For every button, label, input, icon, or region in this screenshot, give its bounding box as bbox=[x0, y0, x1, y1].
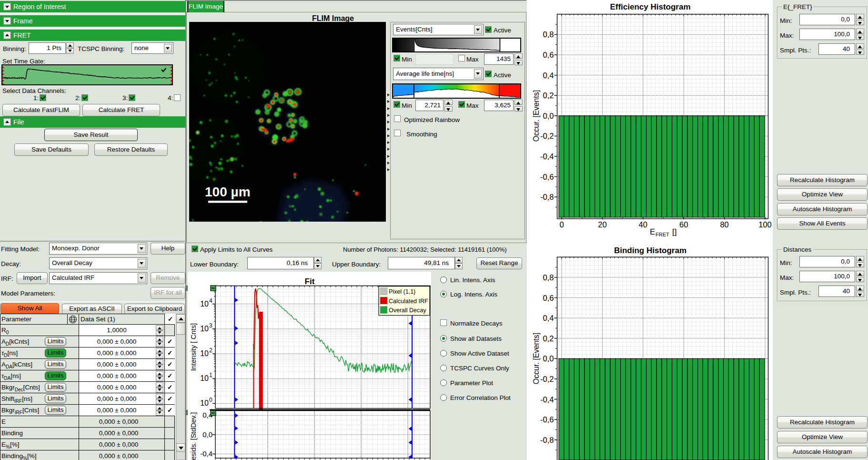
svg-text:-0,2: -0,2 bbox=[540, 132, 554, 140]
svg-text:Pixel (1,1): Pixel (1,1) bbox=[389, 288, 415, 295]
svg-text:10: 10 bbox=[200, 325, 209, 333]
svg-text:10: 10 bbox=[200, 374, 209, 382]
svg-text:-0,2: -0,2 bbox=[540, 375, 554, 383]
svg-text:Calculated IRF: Calculated IRF bbox=[389, 298, 428, 305]
svg-text:100: 100 bbox=[758, 220, 772, 229]
svg-text:0,8: 0,8 bbox=[543, 30, 554, 39]
svg-text:0,8: 0,8 bbox=[543, 273, 554, 282]
svg-text:2: 2 bbox=[209, 347, 212, 354]
svg-text:-0,8: -0,8 bbox=[540, 436, 554, 444]
svg-text:-0,8: -0,8 bbox=[540, 193, 554, 201]
svg-text:10: 10 bbox=[200, 300, 209, 308]
svg-text:80: 80 bbox=[720, 220, 728, 229]
svg-text:-0,6: -0,6 bbox=[540, 173, 554, 181]
svg-text:Intensity [ Cnts]: Intensity [ Cnts] bbox=[190, 323, 197, 371]
svg-text:[]: [] bbox=[672, 227, 676, 236]
svg-text:0,0: 0,0 bbox=[202, 430, 212, 439]
svg-text:Efficiency Histogram: Efficiency Histogram bbox=[610, 2, 690, 11]
svg-text:20: 20 bbox=[598, 220, 606, 229]
svg-text:Fit: Fit bbox=[305, 277, 315, 286]
svg-text:60: 60 bbox=[679, 220, 688, 229]
svg-text:Binding Histogram: Binding Histogram bbox=[614, 246, 686, 255]
svg-text:0,2: 0,2 bbox=[543, 91, 554, 100]
svg-text:-0,4: -0,4 bbox=[540, 395, 554, 404]
svg-text:0,2: 0,2 bbox=[543, 334, 554, 343]
svg-text:-0,4: -0,4 bbox=[200, 450, 212, 458]
svg-text:0,6: 0,6 bbox=[543, 294, 554, 302]
svg-text:1: 1 bbox=[209, 372, 212, 378]
svg-text:Overall Decay: Overall Decay bbox=[389, 307, 426, 314]
svg-text:esids. [StdDev.]: esids. [StdDev.] bbox=[190, 412, 197, 460]
svg-text:10: 10 bbox=[200, 349, 209, 358]
svg-text:Occur. [Events]: Occur. [Events] bbox=[532, 90, 540, 142]
svg-text:Occur. [Events]: Occur. [Events] bbox=[532, 333, 540, 384]
svg-text:-0,6: -0,6 bbox=[540, 415, 554, 424]
svg-text:0,4: 0,4 bbox=[543, 71, 554, 80]
svg-text:10: 10 bbox=[200, 399, 209, 407]
svg-text:E: E bbox=[650, 227, 655, 236]
svg-text:0,4: 0,4 bbox=[543, 314, 554, 322]
svg-text:0: 0 bbox=[559, 220, 564, 229]
svg-text:40: 40 bbox=[639, 220, 647, 229]
svg-text:0,0: 0,0 bbox=[543, 354, 554, 363]
svg-text:3: 3 bbox=[209, 322, 212, 329]
svg-text:0,6: 0,6 bbox=[543, 51, 554, 59]
svg-text:-0,4: -0,4 bbox=[540, 152, 554, 161]
svg-text:0,0: 0,0 bbox=[543, 112, 554, 120]
svg-text:100 µm: 100 µm bbox=[205, 184, 251, 199]
svg-text:4: 4 bbox=[209, 297, 212, 304]
svg-text:FRET: FRET bbox=[656, 232, 669, 237]
svg-text:0: 0 bbox=[209, 397, 212, 403]
